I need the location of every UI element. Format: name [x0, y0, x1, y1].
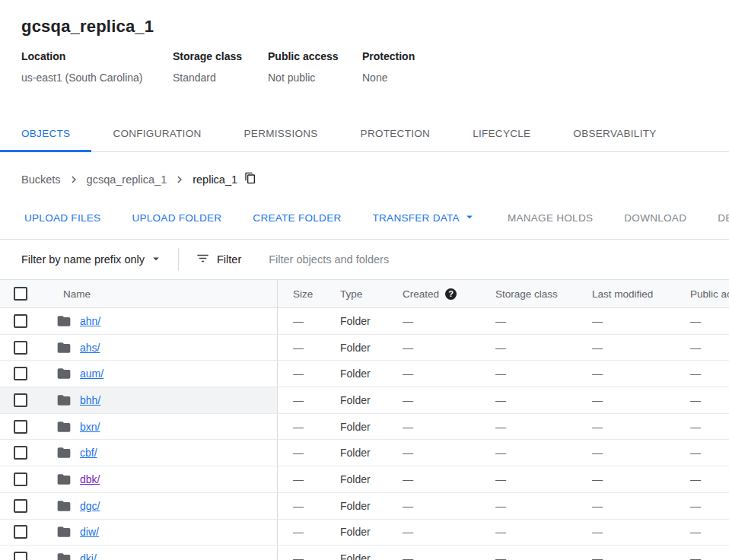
page-title: gcsqa_replica_1 — [21, 17, 729, 37]
row-checkbox[interactable] — [14, 473, 27, 486]
row-checkbox[interactable] — [14, 552, 27, 560]
create-folder-button[interactable]: CREATE FOLDER — [245, 208, 349, 228]
folder-icon — [56, 340, 72, 355]
arrow-drop-down-icon — [145, 252, 163, 268]
table-row: dbk/ — Folder — — — — — [0, 466, 729, 493]
cell-last-modified: — — [577, 546, 675, 560]
row-checkbox[interactable] — [14, 367, 27, 380]
chevron-right-icon — [173, 173, 186, 186]
cell-size: — — [278, 546, 325, 560]
cell-storage-class: — — [480, 546, 577, 560]
cell-last-modified: — — [577, 387, 675, 413]
column-header-type: Type — [325, 280, 387, 307]
row-checkbox[interactable] — [14, 446, 27, 460]
filter-button[interactable]: Filter — [196, 251, 241, 268]
cell-public-access: — — [675, 493, 729, 519]
cell-size: — — [278, 520, 325, 546]
folder-icon — [56, 313, 72, 329]
meta-value-location: us-east1 (South Carolina) — [21, 72, 173, 84]
folder-link[interactable]: dki/ — [80, 552, 97, 560]
cell-created: — — [387, 493, 480, 519]
created-help-icon[interactable]: ? — [445, 288, 457, 300]
tab-lifecycle[interactable]: LIFECYCLE — [451, 117, 552, 151]
filter-scope-dropdown[interactable]: Filter by name prefix only — [21, 252, 163, 268]
cell-size: — — [278, 361, 325, 387]
copy-path-button[interactable] — [244, 172, 256, 186]
cell-last-modified: — — [577, 520, 675, 546]
filter-list-icon — [196, 251, 217, 268]
delete-button[interactable]: DELETE — [710, 208, 729, 228]
tab-permissions[interactable]: PERMISSIONS — [223, 117, 339, 151]
folder-icon — [56, 551, 72, 560]
cell-type: Folder — [325, 520, 387, 546]
breadcrumb: Buckets gcsqa_replica_1 replica_1 — [0, 152, 729, 197]
folder-link[interactable]: diw/ — [80, 526, 99, 538]
divider — [178, 248, 179, 271]
meta-value-storage-class: Standard — [173, 72, 268, 84]
manage-holds-button[interactable]: MANAGE HOLDS — [500, 208, 600, 228]
breadcrumb-buckets[interactable]: Buckets — [21, 173, 61, 186]
row-checkbox[interactable] — [14, 499, 27, 513]
cell-type: Folder — [325, 308, 387, 334]
row-checkbox[interactable] — [14, 393, 27, 407]
tab-observability[interactable]: OBSERVABILITY — [552, 117, 677, 151]
folder-link[interactable]: ahs/ — [80, 342, 100, 354]
table-row: cbf/ — Folder — — — — — [0, 440, 729, 466]
cell-size: — — [278, 466, 325, 492]
column-header-name: Name — [43, 280, 278, 307]
cell-public-access: — — [675, 335, 729, 361]
upload-files-button[interactable]: UPLOAD FILES — [17, 208, 108, 228]
select-all-checkbox[interactable] — [14, 287, 27, 301]
transfer-data-button[interactable]: TRANSFER DATA — [365, 205, 484, 231]
row-checkbox[interactable] — [14, 525, 27, 539]
folder-link[interactable]: ahn/ — [80, 315, 100, 327]
cell-created: — — [387, 546, 480, 560]
folder-link[interactable]: dgc/ — [80, 500, 100, 512]
folder-link[interactable]: cbf/ — [80, 447, 97, 459]
cell-last-modified: — — [577, 335, 675, 361]
row-checkbox[interactable] — [14, 314, 27, 328]
breadcrumb-bucket-name[interactable]: gcsqa_replica_1 — [87, 173, 167, 186]
meta-label-protection: Protection — [362, 50, 415, 62]
row-checkbox[interactable] — [14, 341, 27, 355]
cell-public-access: — — [675, 387, 729, 413]
tab-configuration[interactable]: CONFIGURATION — [91, 117, 222, 151]
folder-link[interactable]: aum/ — [80, 368, 103, 380]
filter-objects-input[interactable] — [269, 253, 729, 266]
column-header-last-modified: Last modified — [577, 280, 675, 307]
cell-storage-class: — — [480, 440, 577, 466]
filter-bar: Filter by name prefix only Filter — [0, 240, 729, 279]
table-row: bxn/ — Folder — — — — — [0, 414, 729, 441]
table-row: dki/ — Folder — — — — — [0, 546, 729, 560]
column-header-storage-class: Storage class — [480, 280, 577, 307]
download-button[interactable]: DOWNLOAD — [616, 208, 694, 228]
folder-link[interactable]: bxn/ — [80, 421, 100, 433]
cell-size: — — [278, 493, 325, 519]
bucket-tabs: OBJECTS CONFIGURATION PERMISSIONS PROTEC… — [0, 117, 729, 152]
row-checkbox[interactable] — [14, 420, 27, 434]
objects-toolbar: UPLOAD FILES UPLOAD FOLDER CREATE FOLDER… — [0, 197, 729, 240]
cell-public-access: — — [675, 520, 729, 546]
folder-icon — [56, 498, 72, 514]
tab-objects[interactable]: OBJECTS — [0, 117, 91, 151]
tab-protection[interactable]: PROTECTION — [339, 117, 452, 151]
folder-link[interactable]: bhh/ — [80, 394, 100, 406]
cell-storage-class: — — [480, 308, 577, 334]
cell-created: — — [387, 387, 480, 413]
cell-type: Folder — [325, 440, 387, 466]
meta-label-location: Location — [21, 50, 173, 62]
meta-label-storage-class: Storage class — [173, 50, 268, 62]
objects-table-body: ahn/ — Folder — — — — ahs/ — Folder — — … — [0, 308, 729, 560]
cell-last-modified: — — [577, 493, 675, 519]
folder-icon — [56, 445, 72, 460]
cell-type: Folder — [325, 546, 387, 560]
folder-icon — [56, 419, 72, 434]
cell-created: — — [387, 335, 480, 361]
cell-type: Folder — [325, 387, 387, 413]
folder-icon — [56, 524, 72, 539]
cell-size: — — [278, 387, 325, 413]
folder-link[interactable]: dbk/ — [80, 473, 100, 485]
cell-storage-class: — — [480, 414, 577, 440]
upload-folder-button[interactable]: UPLOAD FOLDER — [124, 208, 229, 228]
content-copy-icon — [244, 172, 256, 186]
